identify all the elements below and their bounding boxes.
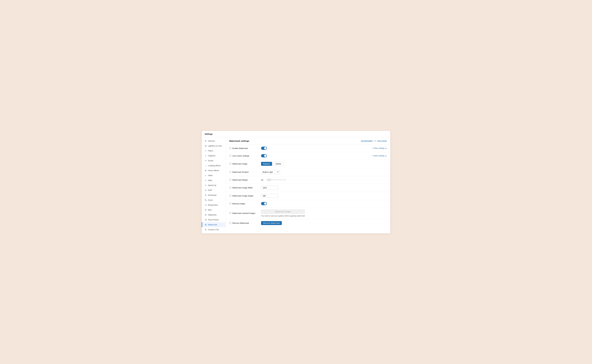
input-watermark-image-height[interactable] (261, 194, 279, 198)
label-watermark-image-height: Watermark Image Height (232, 195, 253, 197)
label-watermark-image: Watermark Image (232, 163, 247, 165)
toggle-use-custom-settings[interactable] (261, 154, 267, 157)
sidebar-item-social[interactable]: ⚯ Social (202, 158, 226, 163)
setting-row-remove-watermark: ? Remove Watermark Remove Watermark (226, 219, 390, 227)
sidebar-item-custom-css[interactable]: ⚙ Custom CSS (202, 227, 226, 232)
setting-extra-use-custom-settings[interactable]: 6 other settings ▲ (373, 155, 387, 157)
help-icon-use-custom-settings[interactable]: ? (229, 155, 232, 157)
label-group-watermark-position: ? Watermark Position (229, 171, 261, 173)
setting-row-watermark-image-height: ? Watermark Image Height (226, 192, 390, 200)
sidebar-label-pass-protect: Pass Protect (208, 219, 219, 221)
sidebar-item-download[interactable]: ⬇ Download (202, 193, 226, 198)
control-remove-watermark: Remove Watermark (261, 221, 387, 225)
separator: - or - (373, 140, 378, 142)
setting-extra-enable-watermark[interactable]: 3 other settings ▲ (373, 147, 387, 149)
settings-body: ? Enable Watermark 3 other settings ▲ ? … (226, 145, 390, 227)
setting-row-watermark-margin: ? Watermark Margin 10 (226, 176, 390, 184)
sidebar-item-filters[interactable]: ▽ Filters (202, 148, 226, 153)
sidebar-label-style: Style (208, 179, 212, 182)
btn-replace-watermark-image[interactable]: Replace (261, 162, 272, 166)
help-icon-watermark-image[interactable]: ? (229, 162, 232, 165)
sidebar-item-general[interactable]: ⚙ General (202, 138, 226, 143)
sidebar-item-video[interactable]: ▷ Video (202, 173, 226, 178)
general-icon: ⚙ (205, 140, 207, 142)
sidebar-item-pass-protect[interactable]: ⚿ Pass Protect (202, 217, 226, 222)
sidebar: ⚙ General ⊞ Lightbox & Links ▽ Filters ≡… (202, 137, 226, 233)
watermark-icon: ⊞ (205, 224, 207, 226)
control-enable-watermark (261, 147, 373, 150)
sidebar-item-captions[interactable]: ≡ Captions (202, 153, 226, 158)
sidebar-label-misc: Misc (208, 209, 212, 211)
slider-watermark-margin[interactable] (266, 180, 286, 180)
sidebar-item-exif[interactable]: ⊡ EXIF (202, 188, 226, 193)
sidebar-label-slideshow: Slideshow (208, 214, 217, 216)
control-backup-images (261, 202, 387, 205)
sidebar-item-speed-up[interactable]: ✦ Speed Up (202, 183, 226, 188)
control-watermark-margin: 10 (261, 179, 387, 181)
label-watermark-margin: Watermark Margin (232, 179, 248, 181)
help-icon-enable-watermark[interactable]: ? (229, 147, 232, 150)
responsive-icon: ⊡ (205, 204, 207, 206)
documentation-link[interactable]: Documentation (361, 140, 373, 142)
sidebar-label-exif: EXIF (208, 189, 212, 191)
sidebar-item-lightbox-links[interactable]: ⊞ Lightbox & Links (202, 143, 226, 148)
sidebar-item-hover-effects[interactable]: ⊞ Hover effects (202, 168, 226, 173)
setting-row-watermark-image: ? Watermark Image ReplaceDelete (226, 160, 390, 168)
btn-delete-watermark-image[interactable]: Delete (273, 162, 283, 166)
label-group-watermark-image-width: ? Watermark Image Width (229, 187, 261, 189)
setting-row-backup-images: ? Backup images (226, 200, 390, 208)
label-enable-watermark: Enable Watermark (232, 147, 248, 150)
captions-icon: ≡ (205, 155, 207, 157)
label-group-watermark-margin: ? Watermark Margin (229, 179, 261, 181)
sidebar-item-responsive[interactable]: ⊡ Responsive (202, 202, 226, 208)
help-icon-remove-watermark[interactable]: ? (229, 222, 232, 224)
sidebar-label-watermark: Watermark (208, 224, 217, 226)
page-title: Watermark settings (229, 140, 249, 142)
sidebar-item-zoom[interactable]: 🔍 Zoom (202, 198, 226, 202)
content-header: Watermark settings Documentation - or - … (226, 137, 390, 145)
sidebar-label-captions: Captions (208, 155, 215, 157)
help-icon-watermark-inserted-images[interactable]: ? (229, 212, 232, 214)
label-watermark-position: Watermark Position (232, 171, 249, 173)
slideshow-icon: ⊞ (205, 214, 207, 216)
label-group-remove-watermark: ? Remove Watermark (229, 222, 261, 224)
setting-row-use-custom-settings: ? Use custom settings 6 other settings ▲ (226, 152, 390, 160)
sidebar-label-download: Download (208, 194, 216, 196)
sidebar-label-custom-css: Custom CSS (208, 228, 219, 231)
sidebar-item-misc[interactable]: ⚙ Misc (202, 208, 226, 212)
panel-body: ⚙ General ⊞ Lightbox & Links ▽ Filters ≡… (202, 137, 390, 233)
pass-protect-icon: ⚿ (205, 219, 207, 221)
label-watermark-image-width: Watermark Image Width (232, 187, 253, 189)
watermark-images-button[interactable]: Watermark Images (261, 209, 305, 214)
sidebar-label-speed-up: Speed Up (208, 184, 216, 186)
get-in-touch-link[interactable]: Get in touch (377, 140, 387, 142)
sidebar-item-slideshow[interactable]: ⊞ Slideshow (202, 212, 226, 217)
help-icon-watermark-image-height[interactable]: ? (229, 195, 232, 197)
sidebar-label-responsive: Responsive (208, 204, 218, 206)
sidebar-item-watermark[interactable]: ⊞ Watermark (202, 222, 226, 227)
sidebar-item-loading-effects[interactable]: ◌ Loading effects (202, 163, 226, 168)
help-icon-watermark-position[interactable]: ? (229, 171, 232, 173)
help-icon-watermark-image-width[interactable]: ? (229, 187, 232, 189)
sidebar-label-hover-effects: Hover effects (208, 169, 219, 172)
help-icon-backup-images[interactable]: ? (229, 202, 232, 205)
hover-effects-icon: ⊞ (205, 169, 207, 172)
input-watermark-image-width[interactable] (261, 186, 279, 190)
select-watermark-position[interactable]: Bottom rightBottom leftTop rightTop left… (261, 170, 280, 174)
sidebar-item-style[interactable]: ✏ Style (202, 178, 226, 183)
label-group-watermark-image: ? Watermark Image (229, 162, 261, 165)
toggle-enable-watermark[interactable] (261, 147, 267, 150)
speed-up-icon: ✦ (205, 184, 207, 187)
extra-label-use-custom-settings: 6 other settings ▲ (373, 155, 387, 157)
toggle-backup-images[interactable] (261, 202, 267, 205)
setting-row-watermark-inserted-images: ? Watermark inserted images Watermark Im… (226, 208, 390, 219)
control-watermark-image-height (261, 194, 387, 198)
video-icon: ▷ (205, 174, 207, 177)
sidebar-label-zoom: Zoom (208, 199, 213, 201)
download-icon: ⬇ (205, 194, 207, 196)
btn-remove-watermark[interactable]: Remove Watermark (261, 221, 282, 225)
label-group-backup-images: ? Backup images (229, 202, 261, 205)
zoom-icon: 🔍 (205, 199, 207, 201)
help-icon-watermark-margin[interactable]: ? (229, 179, 232, 181)
slider-group-watermark-margin: 10 (261, 179, 286, 181)
